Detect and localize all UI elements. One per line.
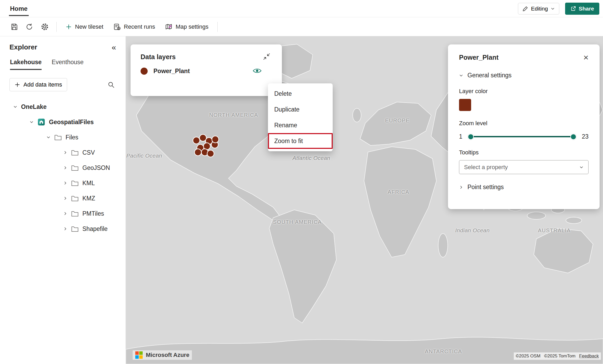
chevron-right-icon [63,150,67,155]
editing-label: Editing [531,6,548,12]
tomtom-attribution: ©2025 TomTom [544,353,575,359]
feedback-link[interactable]: Feedback [579,353,599,359]
minimize-panel-button[interactable] [261,52,272,61]
chevron-right-icon [63,211,67,216]
map-label-europe: EUROPE [385,118,410,124]
map-label-australia: AUSTRALIA [538,228,571,234]
layer-name: Power_Plant [153,68,190,75]
map-settings-icon [165,23,172,31]
tooltips-label: Tooltips [459,149,589,156]
lakehouse-icon [37,118,45,126]
map-label-atlantic-ocean: Atlantic Ocean [292,155,330,161]
collapse-diagonal-icon [263,53,270,60]
explorer-title: Explorer [9,43,37,51]
slider-thumb-max[interactable] [570,134,576,140]
collapse-sidebar-icon[interactable]: « [112,43,116,51]
azure-attribution: Microsoft Azure [133,350,192,360]
slider-thumb-min[interactable] [468,134,474,140]
tree-label: CSV [82,149,95,156]
editing-mode-button[interactable]: Editing [518,3,559,14]
slider-track[interactable] [469,136,575,137]
microsoft-logo-icon [135,351,143,359]
search-icon [108,81,115,88]
tree-label: PMTiles [82,210,104,217]
tree-item-kml[interactable]: KML [0,175,126,191]
tab-home[interactable]: Home [9,1,29,16]
file-tree: OneLake GeospatialFiles [0,99,126,236]
add-data-items-button[interactable]: Add data items [9,78,67,91]
menu-item-zoom-to-fit[interactable]: Zoom to fit [268,133,333,149]
general-settings-section[interactable]: General settings [459,72,589,79]
recent-runs-button[interactable]: Recent runs [109,21,160,33]
app-root: Home Editing Share [0,0,603,364]
map-settings-button[interactable]: Map settings [161,21,213,33]
layer-context-menu: Delete Duplicate Rename Zoom to fit [268,83,333,151]
recent-runs-label: Recent runs [124,23,155,30]
tree-item-csv[interactable]: CSV [0,145,126,160]
point-settings-label: Point settings [467,184,504,191]
refresh-button[interactable] [23,21,36,33]
map-label-africa: AFRICA [388,189,409,195]
zoom-level-label: Zoom level [459,120,589,127]
chevron-right-icon [459,185,463,189]
settings-button[interactable] [38,21,52,33]
layer-color-dot [141,68,148,75]
layer-visibility-toggle[interactable] [252,67,262,75]
explorer-tabs: Lakehouse Eventhouse [0,59,126,70]
tab-eventhouse[interactable]: Eventhouse [52,59,83,70]
osm-attribution: ©2025 OSM [516,353,541,359]
add-data-items-label: Add data items [23,81,62,88]
chevron-right-icon [63,227,67,231]
map-label-south-america: SOUTH AMERICA [273,219,322,225]
menu-item-duplicate[interactable]: Duplicate [268,102,333,117]
tree-item-pmtiles[interactable]: PMTiles [0,206,126,221]
chevron-down-icon [551,7,555,11]
save-button[interactable] [7,21,21,33]
folder-icon [71,149,79,156]
menu-item-rename[interactable]: Rename [268,117,333,133]
tree-label: Files [66,134,78,141]
tree-label: GeoJSON [82,164,110,171]
recent-runs-icon [113,23,121,31]
tab-lakehouse[interactable]: Lakehouse [10,59,42,70]
map-settings-label: Map settings [176,23,208,30]
search-button[interactable] [104,78,118,91]
tree-item-kmz[interactable]: KMZ [0,191,126,206]
point-settings-section[interactable]: Point settings [459,184,589,191]
new-tileset-button[interactable]: New tileset [61,21,108,33]
new-tileset-label: New tileset [75,23,103,30]
tree-label: Shapefile [82,225,108,232]
chevron-down-icon [13,105,17,109]
tree-item-geospatialfiles[interactable]: GeospatialFiles [0,114,126,130]
tree-item-geojson[interactable]: GeoJSON [0,160,126,175]
map-label-pacific-ocean: Pacific Ocean [126,153,162,159]
folder-icon [71,180,79,186]
map-canvas[interactable]: NORTH AMERICA Pacific Ocean Atlantic Oce… [126,36,603,364]
tree-label: OneLake [21,103,47,110]
tooltips-property-select[interactable]: Select a property [459,160,589,174]
chevron-right-icon [63,166,67,170]
pencil-icon [522,6,528,12]
layer-color-picker[interactable] [459,99,471,111]
share-button[interactable]: Share [565,3,599,15]
folder-icon [54,134,62,140]
toolbar: New tileset Recent runs Map settings [0,17,603,36]
plus-icon [14,82,20,88]
tree-item-shapefile[interactable]: Shapefile [0,221,126,236]
save-icon [11,23,18,31]
titlebar-actions: Editing Share [518,3,599,15]
share-label: Share [579,6,594,12]
close-icon[interactable]: × [583,53,589,62]
menu-item-delete[interactable]: Delete [268,86,333,102]
tree-item-onelake[interactable]: OneLake [0,99,126,114]
map-label-indian-ocean: Indian Ocean [455,227,490,234]
eye-icon [252,67,262,74]
layer-list-item[interactable]: Power_Plant [131,67,282,75]
properties-title: Power_Plant [459,54,499,61]
general-settings-label: General settings [467,72,511,79]
layer-properties-panel: Power_Plant × General settings Layer col… [448,44,600,209]
gear-icon [41,23,49,31]
layer-color-label: Layer color [459,88,589,95]
tree-item-files[interactable]: Files [0,130,126,145]
chevron-right-icon [63,196,67,200]
